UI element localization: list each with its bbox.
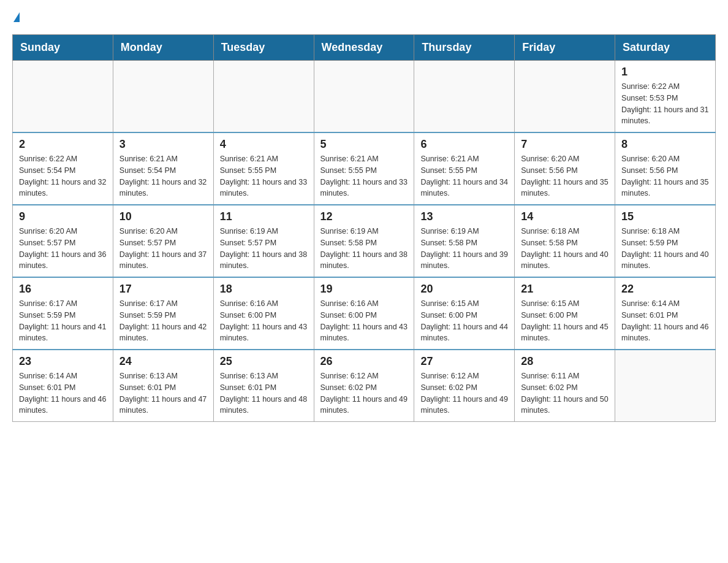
- weekday-header-monday: Monday: [113, 35, 213, 61]
- day-number: 24: [119, 355, 207, 368]
- day-number: 12: [320, 210, 408, 223]
- day-info: Sunrise: 6:22 AMSunset: 5:54 PMDaylight:…: [19, 153, 107, 199]
- calendar-day-cell: 6Sunrise: 6:21 AMSunset: 5:55 PMDaylight…: [414, 132, 515, 205]
- day-number: 11: [220, 210, 308, 223]
- calendar-day-cell: [13, 61, 113, 133]
- calendar-day-cell: 8Sunrise: 6:20 AMSunset: 5:56 PMDaylight…: [615, 132, 716, 205]
- calendar-day-cell: 10Sunrise: 6:20 AMSunset: 5:57 PMDayligh…: [113, 205, 213, 277]
- day-info: Sunrise: 6:13 AMSunset: 6:01 PMDaylight:…: [220, 370, 308, 416]
- calendar-day-cell: 15Sunrise: 6:18 AMSunset: 5:59 PMDayligh…: [615, 205, 716, 277]
- day-number: 17: [119, 283, 207, 296]
- calendar-day-cell: 24Sunrise: 6:13 AMSunset: 6:01 PMDayligh…: [113, 350, 213, 422]
- calendar-day-cell: 14Sunrise: 6:18 AMSunset: 5:58 PMDayligh…: [515, 205, 615, 277]
- day-number: 4: [220, 138, 308, 151]
- day-info: Sunrise: 6:16 AMSunset: 6:00 PMDaylight:…: [220, 298, 308, 344]
- calendar-day-cell: 4Sunrise: 6:21 AMSunset: 5:55 PMDaylight…: [213, 132, 314, 205]
- day-info: Sunrise: 6:18 AMSunset: 5:58 PMDaylight:…: [521, 226, 609, 272]
- day-number: 19: [320, 283, 408, 296]
- day-number: 5: [320, 138, 408, 151]
- day-info: Sunrise: 6:12 AMSunset: 6:02 PMDaylight:…: [320, 370, 408, 416]
- calendar-day-cell: 2Sunrise: 6:22 AMSunset: 5:54 PMDaylight…: [13, 132, 113, 205]
- day-number: 15: [621, 210, 709, 223]
- calendar-day-cell: 26Sunrise: 6:12 AMSunset: 6:02 PMDayligh…: [314, 350, 414, 422]
- day-number: 20: [420, 283, 508, 296]
- calendar-day-cell: 16Sunrise: 6:17 AMSunset: 5:59 PMDayligh…: [13, 277, 113, 350]
- day-number: 2: [19, 138, 107, 151]
- calendar-day-cell: 23Sunrise: 6:14 AMSunset: 6:01 PMDayligh…: [13, 350, 113, 422]
- day-info: Sunrise: 6:17 AMSunset: 5:59 PMDaylight:…: [119, 298, 207, 344]
- day-number: 3: [119, 138, 207, 151]
- day-number: 21: [521, 283, 609, 296]
- calendar-week-row: 2Sunrise: 6:22 AMSunset: 5:54 PMDaylight…: [13, 132, 716, 205]
- day-info: Sunrise: 6:20 AMSunset: 5:56 PMDaylight:…: [621, 153, 709, 199]
- calendar-day-cell: 20Sunrise: 6:15 AMSunset: 6:00 PMDayligh…: [414, 277, 515, 350]
- day-info: Sunrise: 6:13 AMSunset: 6:01 PMDaylight:…: [119, 370, 207, 416]
- day-info: Sunrise: 6:16 AMSunset: 6:00 PMDaylight:…: [320, 298, 408, 344]
- day-number: 27: [420, 355, 508, 368]
- day-number: 9: [19, 210, 107, 223]
- day-number: 22: [621, 283, 709, 296]
- calendar-day-cell: [213, 61, 314, 133]
- day-number: 14: [521, 210, 609, 223]
- calendar-table: SundayMondayTuesdayWednesdayThursdayFrid…: [12, 34, 716, 422]
- calendar-day-cell: 11Sunrise: 6:19 AMSunset: 5:57 PMDayligh…: [213, 205, 314, 277]
- day-info: Sunrise: 6:15 AMSunset: 6:00 PMDaylight:…: [420, 298, 508, 344]
- day-info: Sunrise: 6:21 AMSunset: 5:55 PMDaylight:…: [220, 153, 308, 199]
- day-info: Sunrise: 6:21 AMSunset: 5:55 PMDaylight:…: [420, 153, 508, 199]
- calendar-day-cell: [515, 61, 615, 133]
- day-info: Sunrise: 6:21 AMSunset: 5:55 PMDaylight:…: [320, 153, 408, 199]
- weekday-header-tuesday: Tuesday: [213, 35, 314, 61]
- day-info: Sunrise: 6:19 AMSunset: 5:58 PMDaylight:…: [420, 226, 508, 272]
- page-header: [12, 12, 716, 22]
- calendar-day-cell: 22Sunrise: 6:14 AMSunset: 6:01 PMDayligh…: [615, 277, 716, 350]
- day-info: Sunrise: 6:17 AMSunset: 5:59 PMDaylight:…: [19, 298, 107, 344]
- calendar-day-cell: [113, 61, 213, 133]
- day-number: 26: [320, 355, 408, 368]
- day-info: Sunrise: 6:15 AMSunset: 6:00 PMDaylight:…: [521, 298, 609, 344]
- day-info: Sunrise: 6:14 AMSunset: 6:01 PMDaylight:…: [19, 370, 107, 416]
- day-info: Sunrise: 6:22 AMSunset: 5:53 PMDaylight:…: [621, 81, 709, 127]
- weekday-header-thursday: Thursday: [414, 35, 515, 61]
- day-number: 16: [19, 283, 107, 296]
- calendar-day-cell: 17Sunrise: 6:17 AMSunset: 5:59 PMDayligh…: [113, 277, 213, 350]
- day-info: Sunrise: 6:14 AMSunset: 6:01 PMDaylight:…: [621, 298, 709, 344]
- day-number: 13: [420, 210, 508, 223]
- day-number: 8: [621, 138, 709, 151]
- day-number: 10: [119, 210, 207, 223]
- day-number: 23: [19, 355, 107, 368]
- logo-triangle-icon: [13, 12, 20, 22]
- day-info: Sunrise: 6:19 AMSunset: 5:58 PMDaylight:…: [320, 226, 408, 272]
- calendar-day-cell: 1Sunrise: 6:22 AMSunset: 5:53 PMDaylight…: [615, 61, 716, 133]
- day-number: 1: [621, 66, 709, 79]
- day-number: 6: [420, 138, 508, 151]
- day-info: Sunrise: 6:21 AMSunset: 5:54 PMDaylight:…: [119, 153, 207, 199]
- weekday-header-saturday: Saturday: [615, 35, 716, 61]
- calendar-day-cell: 13Sunrise: 6:19 AMSunset: 5:58 PMDayligh…: [414, 205, 515, 277]
- calendar-day-cell: [615, 350, 716, 422]
- calendar-day-cell: 9Sunrise: 6:20 AMSunset: 5:57 PMDaylight…: [13, 205, 113, 277]
- calendar-day-cell: 19Sunrise: 6:16 AMSunset: 6:00 PMDayligh…: [314, 277, 414, 350]
- day-info: Sunrise: 6:12 AMSunset: 6:02 PMDaylight:…: [420, 370, 508, 416]
- day-info: Sunrise: 6:11 AMSunset: 6:02 PMDaylight:…: [521, 370, 609, 416]
- day-info: Sunrise: 6:20 AMSunset: 5:56 PMDaylight:…: [521, 153, 609, 199]
- calendar-day-cell: 18Sunrise: 6:16 AMSunset: 6:00 PMDayligh…: [213, 277, 314, 350]
- calendar-week-row: 23Sunrise: 6:14 AMSunset: 6:01 PMDayligh…: [13, 350, 716, 422]
- calendar-day-cell: 12Sunrise: 6:19 AMSunset: 5:58 PMDayligh…: [314, 205, 414, 277]
- calendar-week-row: 1Sunrise: 6:22 AMSunset: 5:53 PMDaylight…: [13, 61, 716, 133]
- weekday-header-sunday: Sunday: [13, 35, 113, 61]
- calendar-day-cell: 27Sunrise: 6:12 AMSunset: 6:02 PMDayligh…: [414, 350, 515, 422]
- day-info: Sunrise: 6:18 AMSunset: 5:59 PMDaylight:…: [621, 226, 709, 272]
- day-number: 7: [521, 138, 609, 151]
- day-number: 28: [521, 355, 609, 368]
- day-info: Sunrise: 6:20 AMSunset: 5:57 PMDaylight:…: [119, 226, 207, 272]
- calendar-day-cell: 7Sunrise: 6:20 AMSunset: 5:56 PMDaylight…: [515, 132, 615, 205]
- calendar-day-cell: 28Sunrise: 6:11 AMSunset: 6:02 PMDayligh…: [515, 350, 615, 422]
- day-number: 25: [220, 355, 308, 368]
- calendar-day-cell: [414, 61, 515, 133]
- calendar-day-cell: 25Sunrise: 6:13 AMSunset: 6:01 PMDayligh…: [213, 350, 314, 422]
- day-info: Sunrise: 6:20 AMSunset: 5:57 PMDaylight:…: [19, 226, 107, 272]
- weekday-header-friday: Friday: [515, 35, 615, 61]
- calendar-week-row: 16Sunrise: 6:17 AMSunset: 5:59 PMDayligh…: [13, 277, 716, 350]
- calendar-day-cell: 3Sunrise: 6:21 AMSunset: 5:54 PMDaylight…: [113, 132, 213, 205]
- day-number: 18: [220, 283, 308, 296]
